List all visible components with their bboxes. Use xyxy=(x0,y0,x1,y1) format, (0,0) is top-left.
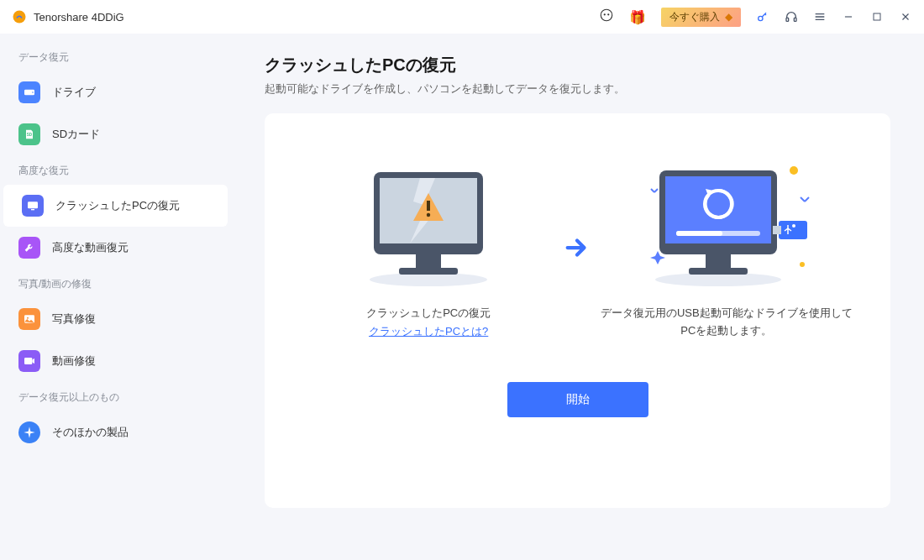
sidebar-item-label: 写真修復 xyxy=(52,311,96,327)
svg-point-4 xyxy=(759,16,763,20)
svg-rect-17 xyxy=(416,254,441,270)
monitor-icon xyxy=(22,195,44,217)
svg-point-16 xyxy=(370,273,487,286)
what-is-crashed-pc-link[interactable]: クラッシュしたPCとは? xyxy=(369,324,488,339)
svg-rect-25 xyxy=(689,268,748,275)
sidebar-item-other-products[interactable]: そのほかの製品 xyxy=(0,411,231,453)
sidebar-item-video-repair[interactable]: 動画修復 xyxy=(0,340,231,382)
wrench-icon xyxy=(18,237,40,259)
compass-icon xyxy=(18,421,40,443)
sidebar-item-label: ドライブ xyxy=(52,85,96,100)
svg-point-34 xyxy=(790,166,798,175)
crashed-monitor-illustration xyxy=(344,155,512,290)
maximize-icon[interactable] xyxy=(870,10,884,24)
bot-icon[interactable] xyxy=(599,8,614,26)
titlebar: Tenorshare 4DDiG 🎁 今すぐ購入 ◆ xyxy=(0,0,924,34)
svg-point-1 xyxy=(601,9,612,21)
illus-left-text: クラッシュしたPCの復元 xyxy=(366,305,491,322)
sidebar-item-photo-repair[interactable]: 写真修復 xyxy=(0,298,231,340)
close-icon[interactable] xyxy=(899,10,912,24)
svg-rect-5 xyxy=(786,18,789,21)
gift-icon[interactable]: 🎁 xyxy=(629,9,646,25)
svg-rect-6 xyxy=(794,18,796,21)
illustration-crashed-pc: クラッシュしたPCの復元 クラッシュしたPCとは? xyxy=(302,155,554,339)
svg-point-9 xyxy=(32,92,34,93)
svg-rect-21 xyxy=(427,201,430,211)
svg-point-35 xyxy=(800,262,805,267)
svg-rect-32 xyxy=(773,226,781,234)
svg-text:SD: SD xyxy=(27,133,33,137)
sidebar-item-label: そのほかの製品 xyxy=(52,425,129,440)
buy-now-button[interactable]: 今すぐ購入 ◆ xyxy=(661,8,741,27)
drive-icon xyxy=(18,81,40,103)
sidebar-item-label: 高度な動画復元 xyxy=(52,240,129,255)
usb-boot-illustration xyxy=(634,155,819,290)
menu-icon[interactable] xyxy=(813,10,827,24)
start-button[interactable]: 開始 xyxy=(507,382,648,417)
sidebar-item-drive[interactable]: ドライブ xyxy=(0,71,231,113)
svg-rect-15 xyxy=(24,358,32,364)
svg-point-14 xyxy=(27,317,29,319)
illus-right-text: データ復元用のUSB起動可能なドライブを使用して PCを起動します。 xyxy=(601,305,853,340)
sidebar-item-label: SDカード xyxy=(52,127,100,142)
sd-icon: SD xyxy=(18,123,40,145)
photo-icon xyxy=(18,308,40,330)
arrow-right-icon xyxy=(563,233,591,262)
sidebar: データ復元 ドライブ SD SDカード 高度な復元 クラッシュしたPCの復元 高… xyxy=(0,34,231,560)
video-icon xyxy=(18,350,40,372)
svg-point-3 xyxy=(607,13,609,15)
svg-rect-31 xyxy=(779,221,807,239)
key-icon[interactable] xyxy=(756,10,769,24)
buy-label: 今すぐ購入 xyxy=(669,10,720,24)
page-title: クラッシュしたPCの復元 xyxy=(265,54,890,76)
sidebar-item-sd[interactable]: SD SDカード xyxy=(0,113,231,155)
headphones-icon[interactable] xyxy=(785,10,798,24)
minimize-icon[interactable] xyxy=(842,10,855,24)
svg-rect-24 xyxy=(706,254,731,270)
sidebar-section-recovery: データ復元 xyxy=(0,42,231,71)
sidebar-item-label: クラッシュしたPCの復元 xyxy=(55,198,180,213)
svg-rect-18 xyxy=(399,268,458,275)
app-title: Tenorshare 4DDiG xyxy=(34,11,124,24)
svg-point-23 xyxy=(655,273,781,286)
sidebar-section-advanced: 高度な復元 xyxy=(0,155,231,185)
svg-point-2 xyxy=(604,13,606,15)
svg-rect-7 xyxy=(874,13,880,20)
illustration-usb-boot: データ復元用のUSB起動可能なドライブを使用して PCを起動します。 xyxy=(601,155,853,340)
svg-point-22 xyxy=(427,213,430,217)
svg-point-33 xyxy=(792,224,795,228)
sidebar-item-crashed-pc[interactable]: クラッシュしたPCの復元 xyxy=(3,185,228,227)
app-logo-icon xyxy=(12,9,27,24)
svg-rect-12 xyxy=(31,209,34,210)
sidebar-section-repair: 写真/動画の修復 xyxy=(0,269,231,298)
diamond-icon: ◆ xyxy=(725,11,732,23)
page-subtitle: 起動可能なドライブを作成し、パソコンを起動してデータを復元します。 xyxy=(265,81,890,97)
sidebar-item-adv-video[interactable]: 高度な動画復元 xyxy=(0,227,231,269)
content-card: クラッシュしたPCの復元 クラッシュしたPCとは? xyxy=(265,113,890,508)
sidebar-item-label: 動画修復 xyxy=(52,353,96,369)
svg-rect-11 xyxy=(28,201,38,208)
main-content: クラッシュしたPCの復元 起動可能なドライブを作成し、パソコンを起動してデータを… xyxy=(231,34,924,560)
sidebar-section-more: データ復元以上のもの xyxy=(0,382,231,411)
svg-rect-30 xyxy=(676,231,722,236)
